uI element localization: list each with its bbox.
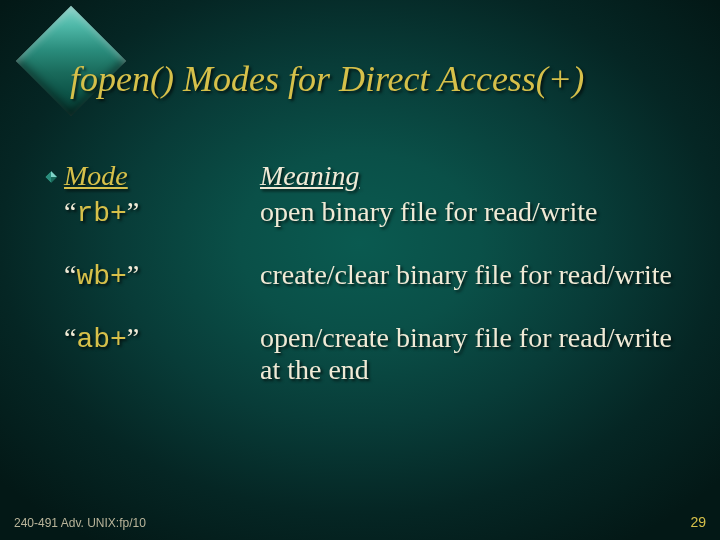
- header-row: Mode Meaning: [44, 160, 676, 192]
- table-row: “rb+” open binary file for read/write: [44, 196, 676, 229]
- close-quote: ”: [127, 322, 139, 353]
- mode-cell: “ab+”: [64, 322, 260, 355]
- header-meaning: Meaning: [260, 160, 676, 192]
- slide: fopen() Modes for Direct Access(+) Mode …: [0, 0, 720, 540]
- mode-cell: “wb+”: [64, 259, 260, 292]
- open-quote: “: [64, 259, 76, 290]
- close-quote: ”: [127, 259, 139, 290]
- table-row: “wb+” create/clear binary file for read/…: [44, 259, 676, 292]
- header-mode: Mode: [64, 160, 260, 192]
- meaning-cell: open binary file for read/write: [260, 196, 676, 228]
- mode-code: rb+: [76, 198, 126, 229]
- meaning-cell: create/clear binary file for read/write: [260, 259, 676, 291]
- mode-code: wb+: [76, 261, 126, 292]
- slide-number: 29: [690, 514, 706, 530]
- table-row: “ab+” open/create binary file for read/w…: [44, 322, 676, 386]
- bullet-icon: [44, 170, 64, 184]
- close-quote: ”: [127, 196, 139, 227]
- mode-cell: “rb+”: [64, 196, 260, 229]
- slide-title: fopen() Modes for Direct Access(+): [70, 58, 584, 100]
- open-quote: “: [64, 196, 76, 227]
- open-quote: “: [64, 322, 76, 353]
- footer-course: 240-491 Adv. UNIX:fp/10: [14, 516, 146, 530]
- meaning-cell: open/create binary file for read/write a…: [260, 322, 676, 386]
- content-area: Mode Meaning “rb+” open binary file for …: [44, 160, 676, 416]
- mode-code: ab+: [76, 324, 126, 355]
